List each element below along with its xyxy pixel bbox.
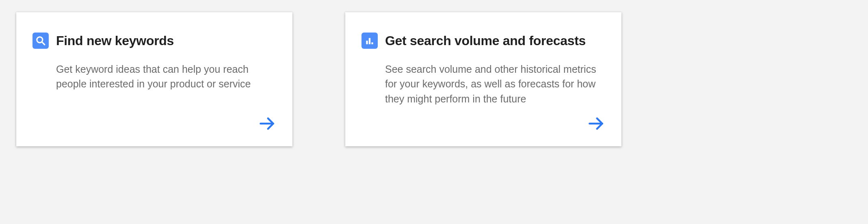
svg-rect-4 — [369, 38, 370, 44]
card-title: Get search volume and forecasts — [385, 33, 586, 48]
card-header: Get search volume and forecasts — [361, 33, 605, 49]
svg-rect-3 — [366, 41, 368, 44]
card-description: Get keyword ideas that can help you reac… — [56, 62, 275, 91]
svg-line-1 — [42, 42, 45, 45]
card-title: Find new keywords — [56, 33, 174, 48]
card-description: See search volume and other historical m… — [385, 62, 604, 106]
card-header: Find new keywords — [32, 33, 276, 49]
arrow-right-icon — [587, 115, 605, 134]
search-icon — [32, 33, 49, 49]
svg-rect-5 — [371, 42, 373, 44]
search-volume-card[interactable]: Get search volume and forecasts See sear… — [345, 12, 621, 146]
find-keywords-card[interactable]: Find new keywords Get keyword ideas that… — [16, 12, 292, 146]
bar-chart-icon — [361, 33, 378, 49]
arrow-right-icon — [258, 115, 276, 134]
